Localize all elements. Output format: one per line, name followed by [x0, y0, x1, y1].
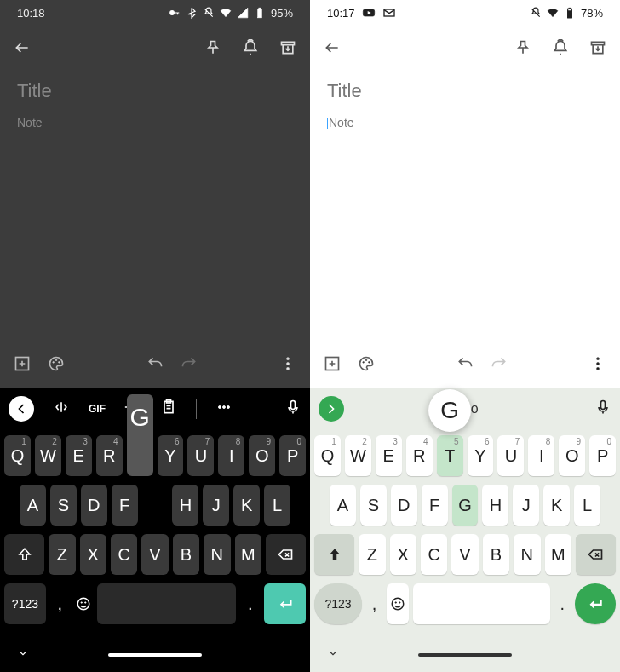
add-button[interactable]: [14, 355, 31, 376]
key-m[interactable]: M: [545, 534, 571, 575]
redo-button[interactable]: [491, 355, 508, 376]
undo-button[interactable]: [456, 355, 474, 376]
key-m[interactable]: M: [235, 534, 261, 575]
key-l[interactable]: L: [574, 485, 600, 526]
reminder-button[interactable]: [242, 39, 259, 60]
redo-button[interactable]: [181, 355, 198, 376]
key-j[interactable]: J: [513, 485, 539, 526]
more-button[interactable]: [589, 355, 606, 376]
key-d[interactable]: D: [81, 485, 107, 526]
key-w[interactable]: W2: [345, 435, 371, 476]
key-o[interactable]: O9: [559, 435, 585, 476]
period-key[interactable]: .: [554, 583, 571, 624]
pin-button[interactable]: [204, 39, 221, 60]
key-s[interactable]: S: [50, 485, 77, 526]
key-v[interactable]: V: [451, 534, 478, 575]
palette-button[interactable]: [358, 355, 375, 376]
key-q[interactable]: Q1: [314, 435, 341, 476]
nav-handle[interactable]: [418, 653, 512, 657]
key-p[interactable]: P0: [279, 435, 306, 476]
note-input[interactable]: Note: [327, 116, 603, 129]
title-input[interactable]: [17, 80, 293, 102]
key-c[interactable]: C: [421, 534, 447, 575]
space-key[interactable]: [97, 583, 236, 624]
key-e[interactable]: E3: [376, 435, 402, 476]
emoji-key[interactable]: [387, 583, 409, 624]
key-a[interactable]: A: [330, 485, 356, 526]
key-b[interactable]: B: [483, 534, 509, 575]
key-l[interactable]: L: [264, 485, 290, 526]
backspace-key[interactable]: [266, 534, 306, 575]
key-k[interactable]: K: [543, 485, 570, 526]
key-s[interactable]: S: [360, 485, 387, 526]
emoji-key[interactable]: [74, 583, 94, 624]
key-v[interactable]: V: [141, 534, 168, 575]
key-r[interactable]: R4: [406, 435, 433, 476]
pin-button[interactable]: [514, 39, 531, 60]
archive-button[interactable]: [279, 39, 296, 60]
more-icon[interactable]: [215, 399, 232, 419]
key-h[interactable]: H: [482, 485, 508, 526]
key-t-pressed[interactable]: T5 G: [437, 435, 463, 476]
key-c[interactable]: C: [111, 534, 137, 575]
key-u[interactable]: U7: [497, 435, 524, 476]
comma-key[interactable]: ,: [50, 583, 70, 624]
period-key[interactable]: .: [240, 583, 260, 624]
space-key[interactable]: [413, 583, 550, 624]
key-n[interactable]: N: [204, 534, 230, 575]
key-y[interactable]: Y6: [468, 435, 494, 476]
key-g-pressed[interactable]: G: [452, 485, 479, 526]
key-z[interactable]: Z: [49, 534, 75, 575]
key-d[interactable]: D: [391, 485, 417, 526]
archive-button[interactable]: [589, 39, 606, 60]
mic-icon[interactable]: [594, 399, 611, 419]
key-n[interactable]: N: [514, 534, 540, 575]
back-button[interactable]: [14, 39, 31, 60]
shift-key[interactable]: [4, 534, 44, 575]
key-j[interactable]: J: [203, 485, 229, 526]
kbd-collapse-button[interactable]: [9, 396, 34, 422]
reminder-button[interactable]: [552, 39, 569, 60]
nav-kbd-toggle[interactable]: [327, 647, 339, 663]
key-k[interactable]: K: [233, 485, 260, 526]
back-button[interactable]: [324, 39, 341, 60]
key-u[interactable]: U7: [187, 435, 214, 476]
nav-handle[interactable]: [108, 653, 202, 657]
key-x[interactable]: X: [390, 534, 416, 575]
note-input[interactable]: [17, 116, 293, 129]
key-i[interactable]: I8: [528, 435, 554, 476]
title-input[interactable]: [327, 80, 603, 102]
note-area[interactable]: [0, 73, 310, 343]
palette-button[interactable]: [48, 355, 65, 376]
key-i[interactable]: I8: [218, 435, 244, 476]
key-q[interactable]: Q1: [4, 435, 31, 476]
mic-icon[interactable]: [284, 399, 301, 419]
key-p[interactable]: P0: [589, 435, 616, 476]
key-t-pressed-preview[interactable]: G: [127, 394, 153, 476]
shift-key[interactable]: [314, 534, 354, 575]
symbols-key[interactable]: ?123: [314, 583, 362, 624]
more-button[interactable]: [279, 355, 296, 376]
key-b[interactable]: B: [173, 534, 199, 575]
enter-key[interactable]: [575, 583, 616, 624]
backspace-key[interactable]: [576, 534, 616, 575]
key-h[interactable]: H: [172, 485, 198, 526]
undo-button[interactable]: [146, 355, 164, 376]
add-button[interactable]: [324, 355, 341, 376]
note-area[interactable]: Note: [310, 73, 620, 343]
key-r[interactable]: R4: [96, 435, 123, 476]
key-o[interactable]: O9: [249, 435, 275, 476]
gif-button[interactable]: GIF: [89, 403, 106, 415]
key-f[interactable]: F: [112, 485, 138, 526]
symbols-key[interactable]: ?123: [4, 583, 46, 624]
key-w[interactable]: W2: [35, 435, 61, 476]
enter-key[interactable]: [264, 583, 306, 624]
key-a[interactable]: A: [20, 485, 46, 526]
nav-kbd-toggle[interactable]: [17, 647, 29, 663]
clipboard-icon[interactable]: [160, 399, 177, 419]
kbd-expand-button[interactable]: [319, 396, 344, 422]
comma-key[interactable]: ,: [366, 583, 382, 624]
key-x[interactable]: X: [80, 534, 106, 575]
key-z[interactable]: Z: [359, 534, 385, 575]
key-f[interactable]: F: [422, 485, 448, 526]
